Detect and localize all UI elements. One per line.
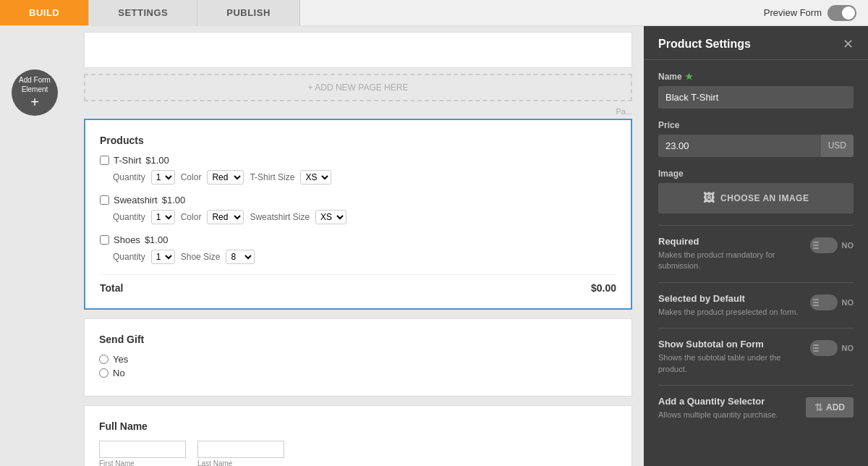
tshirt-color-select[interactable]: RedBlue xyxy=(207,170,244,185)
close-button[interactable]: ✕ xyxy=(843,38,854,51)
sweatshirt-checkbox[interactable] xyxy=(100,195,109,205)
add-form-label-line2: Element xyxy=(22,85,48,93)
left-panel: Add Form Element + + ADD NEW PAGE HERE P… xyxy=(0,26,644,466)
shoes-size-label: Shoe Size xyxy=(181,252,221,262)
product-item-sweatshirt: Sweatshirt $1.00 Quantity 123 Color RedB… xyxy=(100,195,616,224)
required-toggle-row: Required Makes the product mandatory for… xyxy=(658,225,854,282)
show-subtotal-toggle-control: NO xyxy=(810,340,854,356)
selected-default-desc: Makes the product preselected on form. xyxy=(658,307,801,318)
required-desc: Makes the product mandatory for submissi… xyxy=(658,250,801,272)
first-name-sublabel: First Name xyxy=(99,459,186,466)
required-toggle[interactable] xyxy=(810,237,838,253)
bar6 xyxy=(813,305,819,306)
qty-desc: Allows multiple quantity purchase. xyxy=(658,410,797,420)
radio-yes-label: Yes xyxy=(113,354,128,365)
last-name-field: Last Name xyxy=(197,441,284,466)
required-toggle-control: NO xyxy=(810,237,854,253)
add-form-label-line1: Add Form xyxy=(19,76,51,84)
price-field-label: Price xyxy=(658,120,854,130)
main-content: Add Form Element + + ADD NEW PAGE HERE P… xyxy=(0,26,868,466)
price-label-text: Price xyxy=(658,120,679,130)
tshirt-name: T-Shirt xyxy=(114,155,141,166)
plus-icon: + xyxy=(30,95,39,109)
price-row: USD xyxy=(658,135,854,157)
tshirt-size-label: T-Shirt Size xyxy=(250,172,294,182)
selected-default-no-label: NO xyxy=(842,298,854,307)
preview-toggle-switch[interactable] xyxy=(827,5,856,21)
image-label-text: Image xyxy=(658,169,684,179)
sweatshirt-color-label: Color xyxy=(181,212,202,222)
add-qty-button[interactable]: ⇅ ADD xyxy=(806,397,854,418)
settings-title: Product Settings xyxy=(658,38,751,51)
selected-default-toggle[interactable] xyxy=(810,295,838,310)
selected-default-toggle-row: Selected by Default Makes the product pr… xyxy=(658,282,854,328)
send-gift-label: Send Gift xyxy=(99,334,617,345)
bar3 xyxy=(813,247,819,249)
tshirt-color-label: Color xyxy=(181,172,202,182)
sweatshirt-name: Sweatshirt xyxy=(114,195,158,206)
bar9 xyxy=(813,350,819,352)
tshirt-qty-select[interactable]: 123 xyxy=(151,170,175,185)
show-subtotal-no-label: NO xyxy=(842,344,854,352)
name-input[interactable] xyxy=(658,86,854,109)
tshirt-size-select[interactable]: XSSM xyxy=(300,170,331,185)
required-title: Required xyxy=(658,236,801,247)
last-name-sublabel: Last Name xyxy=(197,459,284,466)
selected-default-info: Selected by Default Makes the product pr… xyxy=(658,293,810,318)
total-label: Total xyxy=(100,282,123,294)
tab-publish[interactable]: PUBLISH xyxy=(197,0,300,25)
shoes-qty-select[interactable]: 123 xyxy=(151,250,175,264)
product-item-tshirt: T-Shirt $1.00 Quantity 123 Color RedBlue… xyxy=(100,155,616,185)
bar7 xyxy=(813,344,819,346)
required-star: ★ xyxy=(685,72,693,82)
bar1 xyxy=(813,242,819,243)
canvas-top-bar xyxy=(84,32,632,68)
required-no-label: NO xyxy=(842,241,854,250)
radio-no-label: No xyxy=(113,368,125,378)
radio-no-input[interactable] xyxy=(99,368,109,378)
first-name-input[interactable] xyxy=(99,441,186,458)
tab-settings[interactable]: SETTINGS xyxy=(89,0,197,25)
show-subtotal-info: Show Subtotal on Form Shows the subtotal… xyxy=(658,339,810,375)
sweatshirt-size-select[interactable]: XSSM xyxy=(315,210,346,224)
qty-title: Add a Quantity Selector xyxy=(658,396,797,407)
sweatshirt-qty-select[interactable]: 123 xyxy=(151,210,175,224)
image-icon: 🖼 xyxy=(703,192,715,205)
preview-form-toggle: Preview Form xyxy=(752,0,868,25)
name-fields: First Name Last Name xyxy=(99,441,617,466)
show-subtotal-title: Show Subtotal on Form xyxy=(658,339,801,350)
tab-build[interactable]: BUILD xyxy=(0,0,89,25)
top-nav: BUILD SETTINGS PUBLISH Preview Form xyxy=(0,0,868,26)
add-form-element-button[interactable]: Add Form Element + xyxy=(12,69,58,116)
image-field-label: Image xyxy=(658,169,854,179)
tshirt-price: $1.00 xyxy=(145,155,169,166)
choose-image-button[interactable]: 🖼 CHOOSE AN IMAGE xyxy=(658,183,854,213)
toggle-bars xyxy=(813,242,819,249)
shoes-price: $1.00 xyxy=(145,234,169,245)
bar2 xyxy=(813,245,819,246)
tshirt-checkbox[interactable] xyxy=(100,156,109,165)
full-name-card: Full Name First Name Last Name xyxy=(84,405,632,466)
bar4 xyxy=(813,299,819,300)
radio-yes-input[interactable] xyxy=(99,355,109,364)
selected-default-toggle-control: NO xyxy=(810,295,854,310)
bar5 xyxy=(813,302,819,303)
shoes-size-select[interactable]: 8910 xyxy=(226,250,255,264)
name-label-text: Name xyxy=(658,72,682,82)
tshirt-qty-label: Quantity xyxy=(113,172,145,182)
add-new-page[interactable]: + ADD NEW PAGE HERE xyxy=(84,74,632,101)
qty-info: Add a Quantity Selector Allows multiple … xyxy=(658,396,806,420)
sweatshirt-color-select[interactable]: RedBlue xyxy=(207,210,244,224)
price-input[interactable] xyxy=(658,135,821,157)
last-name-input[interactable] xyxy=(197,441,284,458)
settings-header: Product Settings ✕ xyxy=(644,26,868,60)
page-label: Pa... xyxy=(84,107,632,116)
preview-form-label: Preview Form xyxy=(764,7,822,18)
radio-no: No xyxy=(99,368,617,378)
send-gift-card: Send Gift Yes No xyxy=(84,318,632,397)
sweatshirt-size-label: Sweatshirt Size xyxy=(250,212,310,222)
show-subtotal-toggle[interactable] xyxy=(810,340,838,356)
image-field-group: Image 🖼 CHOOSE AN IMAGE xyxy=(658,169,854,213)
shoes-checkbox[interactable] xyxy=(100,235,109,245)
total-value: $0.00 xyxy=(591,282,616,294)
